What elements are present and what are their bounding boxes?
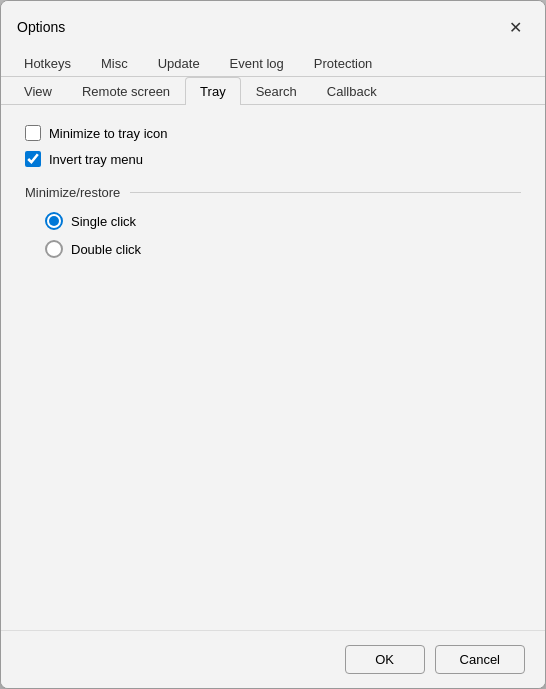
tab-view[interactable]: View bbox=[9, 77, 67, 105]
options-window: Options ✕ Hotkeys Misc Update Event log … bbox=[0, 0, 546, 689]
section-divider bbox=[130, 192, 521, 193]
single-click-label: Single click bbox=[71, 214, 136, 229]
radio-group: Single click Double click bbox=[25, 212, 521, 258]
invert-tray-menu-checkbox[interactable] bbox=[25, 151, 41, 167]
minimize-to-tray-label[interactable]: Minimize to tray icon bbox=[49, 126, 167, 141]
window-title: Options bbox=[17, 19, 65, 35]
tabs-row-1: Hotkeys Misc Update Event log Protection bbox=[1, 49, 545, 77]
tab-tray[interactable]: Tray bbox=[185, 77, 241, 105]
minimize-to-tray-row: Minimize to tray icon bbox=[25, 125, 521, 141]
close-button[interactable]: ✕ bbox=[501, 13, 529, 41]
tab-misc[interactable]: Misc bbox=[86, 49, 143, 77]
content-area: Minimize to tray icon Invert tray menu M… bbox=[1, 105, 545, 630]
tab-protection[interactable]: Protection bbox=[299, 49, 388, 77]
footer: OK Cancel bbox=[1, 630, 545, 688]
tab-callback[interactable]: Callback bbox=[312, 77, 392, 105]
title-bar: Options ✕ bbox=[1, 1, 545, 49]
tab-remote-screen[interactable]: Remote screen bbox=[67, 77, 185, 105]
invert-tray-menu-row: Invert tray menu bbox=[25, 151, 521, 167]
double-click-label: Double click bbox=[71, 242, 141, 257]
tab-event-log[interactable]: Event log bbox=[215, 49, 299, 77]
tabs-row-2: View Remote screen Tray Search Callback bbox=[1, 77, 545, 105]
invert-tray-menu-label[interactable]: Invert tray menu bbox=[49, 152, 143, 167]
tab-hotkeys[interactable]: Hotkeys bbox=[9, 49, 86, 77]
minimize-restore-section: Minimize/restore bbox=[25, 185, 521, 200]
cancel-button[interactable]: Cancel bbox=[435, 645, 525, 674]
tab-search[interactable]: Search bbox=[241, 77, 312, 105]
single-click-row[interactable]: Single click bbox=[45, 212, 521, 230]
single-click-radio[interactable] bbox=[45, 212, 63, 230]
tab-update[interactable]: Update bbox=[143, 49, 215, 77]
section-title: Minimize/restore bbox=[25, 185, 120, 200]
double-click-radio[interactable] bbox=[45, 240, 63, 258]
minimize-to-tray-checkbox[interactable] bbox=[25, 125, 41, 141]
ok-button[interactable]: OK bbox=[345, 645, 425, 674]
double-click-row[interactable]: Double click bbox=[45, 240, 521, 258]
